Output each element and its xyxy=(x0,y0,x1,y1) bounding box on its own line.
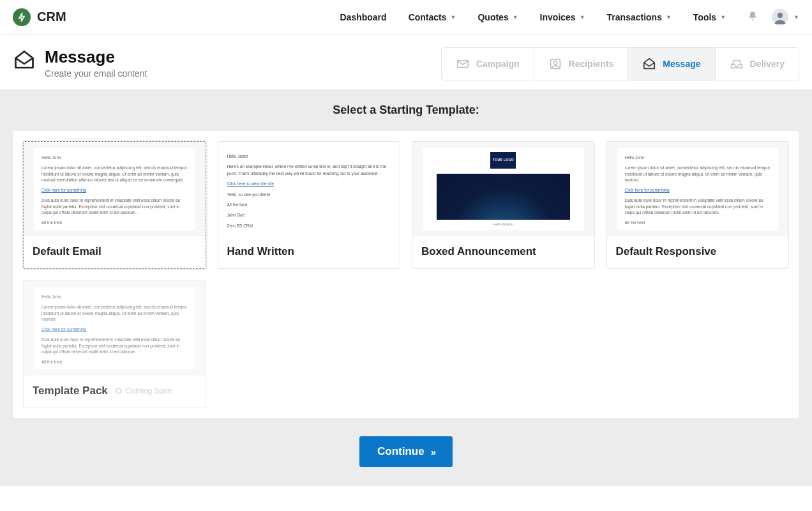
template-preview: Hello John Lorem ipsum dolor sit amet, c… xyxy=(24,281,206,376)
svg-point-1 xyxy=(778,12,783,17)
page-subtitle: Create your email content xyxy=(45,68,147,79)
nav-dashboard[interactable]: Dashboard xyxy=(340,12,387,22)
brand[interactable]: CRM xyxy=(13,8,66,26)
preview-text: Lorem ipsum dolor sit amet, consectetur … xyxy=(625,165,771,183)
step-label: Message xyxy=(663,59,700,69)
preview-greeting: Hello John xyxy=(41,155,188,161)
preview-link: Click here to view the site xyxy=(227,181,391,187)
template-title: Default Email xyxy=(33,245,102,258)
step-campaign[interactable]: Campaign xyxy=(441,47,534,80)
preview-text: Here's an example email, where I've writ… xyxy=(227,164,391,177)
nav-label: Quotes xyxy=(477,12,508,22)
nav-invoices[interactable]: Invoices ▼ xyxy=(540,12,585,22)
step-message[interactable]: Message xyxy=(628,47,715,80)
step-label: Recipients xyxy=(569,59,614,69)
preview-greeting: Hello John xyxy=(41,294,188,300)
preview-footer: Zero BS CRM xyxy=(227,223,391,229)
preview-signoff: All the best xyxy=(41,359,188,365)
step-label: Campaign xyxy=(476,59,520,69)
step-delivery[interactable]: Delivery xyxy=(716,47,799,80)
chevrons-right-icon: » xyxy=(431,446,435,457)
user-menu[interactable]: ▼ xyxy=(772,9,799,26)
nav-label: Transactions xyxy=(607,12,662,22)
preview-link: Click here for something xyxy=(41,187,188,194)
preview-greeting: Hello John xyxy=(625,155,771,161)
preview-text: Yeah, so see you there! xyxy=(227,192,391,198)
card-title-row: Boxed Announcement xyxy=(412,236,594,268)
preview-text: Duis aute irure dolor in reprehenderit i… xyxy=(625,197,771,216)
envelope-open-icon xyxy=(642,57,656,71)
chevron-down-icon: ▼ xyxy=(451,14,456,20)
page-title: Message xyxy=(45,47,147,67)
template-default-responsive[interactable]: Hello John Lorem ipsum dolor sit amet, c… xyxy=(606,141,790,269)
card-title-row: Template Pack Coming Soon xyxy=(24,376,206,408)
nav-tools[interactable]: Tools ▼ xyxy=(693,12,726,22)
template-title: Template Pack xyxy=(33,385,108,397)
chevron-down-icon: ▼ xyxy=(720,14,726,20)
nav-transactions[interactable]: Transactions ▼ xyxy=(607,12,672,22)
preview-signoff: All the best xyxy=(41,220,188,226)
card-title-row: Hand Written xyxy=(218,236,400,268)
chevron-down-icon: ▼ xyxy=(666,14,672,20)
bell-icon[interactable] xyxy=(748,11,758,24)
template-default-email[interactable]: Hello John Lorem ipsum dolor sit amet, c… xyxy=(23,141,206,269)
chevron-down-icon: ▼ xyxy=(793,14,799,20)
preview-text: Lorem ipsum dolor sit amet, consectetur … xyxy=(41,304,188,323)
continue-button[interactable]: Continue » xyxy=(359,436,453,467)
template-boxed-announcement[interactable]: YOUR LOGO Hello Martin Boxed Announcemen… xyxy=(412,141,595,269)
chevron-down-icon: ▼ xyxy=(513,14,518,20)
preview-text: Lorem ipsum dolor sit amet, consectetur … xyxy=(41,165,188,183)
preview-logo: YOUR LOGO xyxy=(490,152,516,169)
nav-label: Invoices xyxy=(540,12,576,22)
continue-wrap: Continue » xyxy=(13,418,799,467)
svg-point-4 xyxy=(553,61,557,65)
info-icon xyxy=(116,388,122,394)
card-title-row: Default Responsive xyxy=(607,236,789,268)
top-bar: CRM Dashboard Contacts ▼ Quotes ▼ Invoic… xyxy=(0,0,812,34)
avatar xyxy=(772,9,788,26)
nav-label: Dashboard xyxy=(340,12,387,22)
nav-right: ▼ xyxy=(748,9,799,26)
preview-greeting: Hello Janet xyxy=(227,153,391,160)
preview-text: Duis aute irure dolor in reprehenderit i… xyxy=(41,337,188,355)
template-hand-written[interactable]: Hello Janet Here's an example email, whe… xyxy=(218,141,401,269)
brand-name: CRM xyxy=(37,10,66,24)
coming-soon-badge: Coming Soon xyxy=(116,386,172,395)
page-header: Message Create your email content Campai… xyxy=(0,34,812,80)
inbox-icon xyxy=(730,57,744,71)
preview-text: Duis aute irure dolor in reprehenderit i… xyxy=(41,197,188,216)
preview-body: Hello Janet Here's an example email, whe… xyxy=(225,147,394,231)
template-title: Boxed Announcement xyxy=(421,245,536,258)
preview-body: Hello John Lorem ipsum dolor sit amet, c… xyxy=(34,287,195,369)
envelope-open-icon xyxy=(13,49,36,72)
preview-body: Hello John Lorem ipsum dolor sit amet, c… xyxy=(34,148,195,230)
coming-soon-text: Coming Soon xyxy=(126,386,172,395)
wizard-steps: Campaign Recipients Message Delivery xyxy=(441,47,799,80)
envelope-icon xyxy=(456,57,470,71)
brand-logo-icon xyxy=(13,8,31,26)
nav-label: Tools xyxy=(693,12,716,22)
preview-hero-image xyxy=(437,174,570,220)
template-preview: Hello Janet Here's an example email, whe… xyxy=(218,142,400,236)
chevron-down-icon: ▼ xyxy=(580,14,585,20)
template-grid: Hello John Lorem ipsum dolor sit amet, c… xyxy=(23,141,789,408)
template-title: Hand Written xyxy=(227,245,294,258)
preview-name: John Doe xyxy=(227,212,391,218)
template-panel: Hello John Lorem ipsum dolor sit amet, c… xyxy=(13,131,799,418)
preview-body: Hello John Lorem ipsum dolor sit amet, c… xyxy=(617,148,779,230)
template-preview: YOUR LOGO Hello Martin xyxy=(412,142,594,236)
step-recipients[interactable]: Recipients xyxy=(534,47,629,80)
preview-link: Click here for something xyxy=(41,326,188,333)
template-title: Default Responsive xyxy=(616,245,717,258)
page-title-block: Message Create your email content xyxy=(13,47,147,79)
template-template-pack: Hello John Lorem ipsum dolor sit amet, c… xyxy=(23,280,206,408)
continue-label: Continue xyxy=(377,445,425,458)
nav-quotes[interactable]: Quotes ▼ xyxy=(477,12,518,22)
card-title-row: Default Email xyxy=(24,236,206,268)
section-title: Select a Starting Template: xyxy=(13,103,799,117)
nav-contacts[interactable]: Contacts ▼ xyxy=(409,12,456,22)
preview-body: YOUR LOGO Hello Martin xyxy=(423,148,584,230)
template-preview: Hello John Lorem ipsum dolor sit amet, c… xyxy=(24,142,206,236)
step-label: Delivery xyxy=(750,59,785,69)
preview-closing: All the best xyxy=(227,202,391,208)
